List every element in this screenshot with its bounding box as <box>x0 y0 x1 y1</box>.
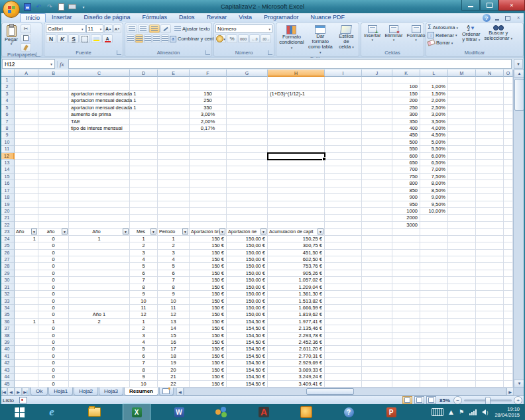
cell-N7[interactable] <box>476 119 504 125</box>
cell-K42[interactable] <box>392 360 420 366</box>
cell-N35[interactable] <box>476 311 504 318</box>
cell-B3[interactable] <box>38 91 69 97</box>
cell-D14[interactable] <box>130 166 158 173</box>
row-header-24[interactable]: 24 <box>0 236 15 242</box>
cell-C4[interactable]: aportacion mensual decada 1 <box>69 97 130 104</box>
cell-J2[interactable] <box>362 83 392 90</box>
taskbar-word-icon[interactable]: W <box>166 404 192 420</box>
cell-K12[interactable]: 600 <box>392 153 420 160</box>
cell-I35[interactable] <box>325 311 362 318</box>
cell-N39[interactable] <box>476 339 504 346</box>
cell-H14[interactable] <box>268 166 325 173</box>
cell-B21[interactable] <box>38 215 69 221</box>
filter-dropdown-G23[interactable]: ▼ <box>261 229 266 235</box>
cell-H6[interactable] <box>268 111 325 118</box>
cell-C30[interactable] <box>69 277 130 284</box>
cell-G43[interactable]: 154,50 € <box>227 367 268 374</box>
restore-button[interactable] <box>480 0 498 11</box>
cell-D20[interactable] <box>130 208 158 215</box>
cell-J13[interactable] <box>362 160 392 166</box>
cell-G1[interactable] <box>227 77 268 83</box>
cell-O8[interactable] <box>504 125 513 132</box>
fill-button[interactable]: ↓Rellenar▾ <box>428 32 458 38</box>
cell-H13[interactable] <box>268 160 325 166</box>
cell-A34[interactable] <box>15 305 38 311</box>
cell-E1[interactable] <box>158 77 190 83</box>
cell-K24[interactable] <box>392 236 420 242</box>
filter-dropdown-B23[interactable]: ▼ <box>62 229 68 235</box>
cell-A26[interactable] <box>15 250 38 256</box>
cell-I39[interactable] <box>325 339 362 346</box>
cell-A2[interactable] <box>15 83 38 90</box>
cell-B34[interactable]: 0 <box>38 305 69 311</box>
align-left-button[interactable] <box>127 34 135 43</box>
cell-K34[interactable] <box>392 305 420 311</box>
cell-L14[interactable]: 7,00% <box>420 166 448 173</box>
cell-L8[interactable]: 4,00% <box>420 125 448 132</box>
cell-K33[interactable] <box>392 298 420 305</box>
cell-H41[interactable]: 2.770,31 € <box>268 353 325 360</box>
column-header-I[interactable]: I <box>325 70 362 77</box>
cell-D1[interactable] <box>130 77 158 83</box>
help-button[interactable]: ? <box>483 14 491 22</box>
row-header-22[interactable]: 22 <box>0 222 15 229</box>
cell-L38[interactable] <box>420 333 448 339</box>
cell-I9[interactable] <box>325 132 362 138</box>
cell-G2[interactable] <box>227 83 268 90</box>
sheet-tab-ok[interactable]: Ok <box>30 388 48 395</box>
cell-O28[interactable] <box>504 263 513 270</box>
column-header-F[interactable]: F <box>190 70 227 77</box>
cell-K17[interactable]: 850 <box>392 187 420 194</box>
cell-G9[interactable] <box>227 132 268 138</box>
cell-J20[interactable] <box>362 208 392 215</box>
font-size-combo[interactable]: 11▾ <box>86 25 104 33</box>
tab-inicio[interactable]: Inicio <box>20 13 46 22</box>
cell-I4[interactable] <box>325 97 362 104</box>
cell-B14[interactable] <box>38 166 69 173</box>
taskbar-excel-icon[interactable]: X <box>123 404 150 420</box>
cell-N36[interactable] <box>476 319 504 325</box>
row-header-4[interactable]: 4 <box>0 97 15 104</box>
cell-F42[interactable]: 150 € <box>190 360 227 366</box>
cell-M35[interactable] <box>448 311 476 318</box>
portapapeles-dialog-launcher[interactable] <box>36 52 40 57</box>
cell-F2[interactable] <box>190 83 227 90</box>
cell-J45[interactable] <box>362 381 392 388</box>
cell-M30[interactable] <box>448 277 476 284</box>
cell-N38[interactable] <box>476 333 504 339</box>
cell-F30[interactable]: 150 € <box>190 277 227 284</box>
cell-G32[interactable]: 150,00 € <box>227 291 268 297</box>
cell-L4[interactable]: 2,00% <box>420 97 448 104</box>
format-as-table-button[interactable]: Dar formatocomo tabla ▾ <box>307 25 334 56</box>
filter-dropdown-F23[interactable]: ▼ <box>219 229 225 235</box>
cell-N13[interactable] <box>476 160 504 166</box>
cell-A21[interactable] <box>15 215 38 221</box>
cell-H17[interactable] <box>268 187 325 194</box>
column-header-H[interactable]: H <box>268 70 325 77</box>
taskbar-adobe-reader-icon[interactable]: A <box>251 404 277 420</box>
tab-programador[interactable]: Programador <box>258 13 305 22</box>
row-header-3[interactable]: 3 <box>0 91 15 97</box>
row-header-29[interactable]: 29 <box>0 270 15 277</box>
cell-M6[interactable] <box>448 111 476 118</box>
cell-E44[interactable]: 21 <box>158 374 190 380</box>
cell-O1[interactable] <box>504 77 513 83</box>
cell-D36[interactable]: 1 <box>130 319 158 325</box>
cell-A38[interactable] <box>15 333 38 339</box>
cell-F1[interactable] <box>190 77 227 83</box>
cell-A33[interactable] <box>15 298 38 305</box>
cell-G30[interactable]: 150,00 € <box>227 277 268 284</box>
cell-L33[interactable] <box>420 298 448 305</box>
cell-J39[interactable] <box>362 339 392 346</box>
touch-keyboard-icon[interactable] <box>432 408 443 416</box>
cell-L25[interactable] <box>420 242 448 249</box>
cell-B22[interactable] <box>38 222 69 229</box>
cell-O19[interactable] <box>504 201 513 208</box>
cell-G27[interactable]: 150,00 € <box>227 256 268 263</box>
cell-H39[interactable]: 2.452,36 € <box>268 339 325 346</box>
hscroll-right-arrow-icon[interactable]: ▶ <box>506 388 514 395</box>
cell-E7[interactable] <box>158 119 190 125</box>
row-header-15[interactable]: 15 <box>0 174 15 180</box>
row-header-34[interactable]: 34 <box>0 305 15 311</box>
insert-cells-button[interactable]: Insertar▾ <box>363 25 382 50</box>
